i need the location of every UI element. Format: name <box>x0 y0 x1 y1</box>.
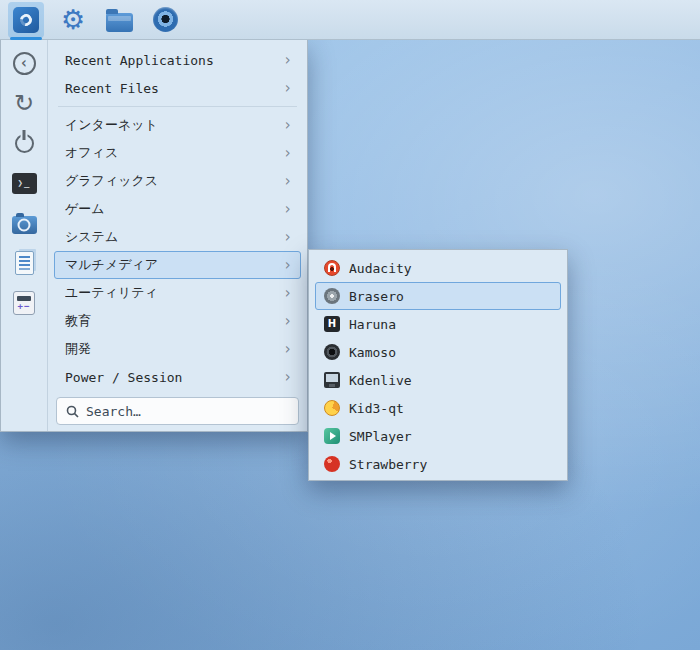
restart-button[interactable]: ↻ <box>11 90 37 116</box>
submenu-item-smplayer[interactable]: SMPlayer <box>315 422 561 450</box>
back-arrow-icon: ‹ <box>13 52 36 75</box>
menu-item-system[interactable]: システム › <box>54 223 301 251</box>
menu-item-label: Recent Applications <box>65 53 275 68</box>
launcher-ring-glyph <box>18 11 35 28</box>
camera-lens-icon <box>153 7 178 32</box>
back-button[interactable]: ‹ <box>11 50 37 76</box>
multimedia-submenu-popup: Audacity Brasero Haruna Kamoso Kdenlive … <box>308 249 568 481</box>
menu-item-education[interactable]: 教育 › <box>54 307 301 335</box>
kdenlive-icon <box>324 372 340 388</box>
submenu-item-label: Audacity <box>349 261 412 276</box>
search-icon <box>66 405 79 418</box>
menu-actions-column: ‹ ↻ ❯_ +− <box>1 40 48 431</box>
chevron-right-icon: › <box>283 53 292 68</box>
kid3-qt-icon <box>324 400 340 416</box>
menu-item-label: オフィス <box>65 144 275 162</box>
chevron-right-icon: › <box>283 370 292 385</box>
camera-icon <box>12 216 37 234</box>
haruna-icon <box>324 316 340 332</box>
menu-item-office[interactable]: オフィス › <box>54 139 301 167</box>
menu-items-column: Recent Applications › Recent Files › インタ… <box>48 40 307 431</box>
menu-item-games[interactable]: ゲーム › <box>54 195 301 223</box>
chevron-right-icon: › <box>283 118 292 133</box>
documents-shortcut-button[interactable] <box>11 250 37 276</box>
submenu-item-audacity[interactable]: Audacity <box>315 254 561 282</box>
file-manager-button[interactable] <box>102 2 136 38</box>
kamoso-icon <box>324 344 340 360</box>
menu-item-label: ゲーム <box>65 200 275 218</box>
camera-app-button[interactable] <box>148 2 182 38</box>
menu-item-power-session[interactable]: Power / Session › <box>54 363 301 391</box>
chevron-right-icon: › <box>283 202 292 217</box>
chevron-right-icon: › <box>283 146 292 161</box>
submenu-item-label: Strawberry <box>349 457 427 472</box>
application-menu-popup: ‹ ↻ ❯_ +− Recent Applications <box>0 40 308 432</box>
strawberry-icon <box>324 456 340 472</box>
submenu-item-label: Kid3-qt <box>349 401 404 416</box>
chevron-right-icon: › <box>283 174 292 189</box>
brasero-icon <box>324 288 340 304</box>
camera-shortcut-button[interactable] <box>11 210 37 236</box>
menu-item-label: インターネット <box>65 116 275 134</box>
menu-item-multimedia[interactable]: マルチメディア › <box>54 251 301 279</box>
menu-item-label: マルチメディア <box>65 256 275 274</box>
menu-item-development[interactable]: 開発 › <box>54 335 301 363</box>
terminal-icon: ❯_ <box>12 173 37 194</box>
settings-button[interactable]: ⚙ <box>56 2 90 38</box>
menu-item-recent-files[interactable]: Recent Files › <box>54 74 301 102</box>
chevron-right-icon: › <box>283 314 292 329</box>
app-launcher-icon <box>13 7 39 33</box>
submenu-item-strawberry[interactable]: Strawberry <box>315 450 561 478</box>
shutdown-button[interactable] <box>11 130 37 156</box>
gear-icon: ⚙ <box>61 6 85 33</box>
submenu-item-label: Brasero <box>349 289 404 304</box>
chevron-right-icon: › <box>283 258 292 273</box>
menu-item-label: システム <box>65 228 275 246</box>
audacity-icon <box>324 260 340 276</box>
submenu-item-label: Haruna <box>349 317 396 332</box>
submenu-item-label: Kdenlive <box>349 373 412 388</box>
smplayer-icon <box>324 428 340 444</box>
submenu-item-label: SMPlayer <box>349 429 412 444</box>
menu-item-internet[interactable]: インターネット › <box>54 111 301 139</box>
chevron-right-icon: › <box>283 230 292 245</box>
submenu-item-kid3-qt[interactable]: Kid3-qt <box>315 394 561 422</box>
menu-item-recent-applications[interactable]: Recent Applications › <box>54 46 301 74</box>
calculator-shortcut-button[interactable]: +− <box>11 290 37 316</box>
menu-item-label: 教育 <box>65 312 275 330</box>
menu-item-label: Power / Session <box>65 370 275 385</box>
menu-item-label: Recent Files <box>65 81 275 96</box>
menu-item-label: 開発 <box>65 340 275 358</box>
search-box[interactable] <box>56 397 299 425</box>
top-panel: ⚙ <box>0 0 700 40</box>
menu-item-graphics[interactable]: グラフィックス › <box>54 167 301 195</box>
terminal-shortcut-button[interactable]: ❯_ <box>11 170 37 196</box>
chevron-right-icon: › <box>283 81 292 96</box>
submenu-item-label: Kamoso <box>349 345 396 360</box>
submenu-item-kamoso[interactable]: Kamoso <box>315 338 561 366</box>
menu-item-utilities[interactable]: ユーティリティ › <box>54 279 301 307</box>
folder-icon <box>106 13 133 32</box>
calculator-icon: +− <box>13 291 35 315</box>
documents-icon <box>15 251 34 275</box>
submenu-item-kdenlive[interactable]: Kdenlive <box>315 366 561 394</box>
menu-separator <box>58 106 297 107</box>
chevron-right-icon: › <box>283 342 292 357</box>
power-icon <box>15 134 34 153</box>
search-input[interactable] <box>86 404 289 419</box>
menu-item-label: ユーティリティ <box>65 284 275 302</box>
chevron-right-icon: › <box>283 286 292 301</box>
app-launcher-button[interactable] <box>8 2 44 38</box>
submenu-item-haruna[interactable]: Haruna <box>315 310 561 338</box>
restart-icon: ↻ <box>14 91 34 115</box>
menu-item-label: グラフィックス <box>65 172 275 190</box>
submenu-item-brasero[interactable]: Brasero <box>315 282 561 310</box>
